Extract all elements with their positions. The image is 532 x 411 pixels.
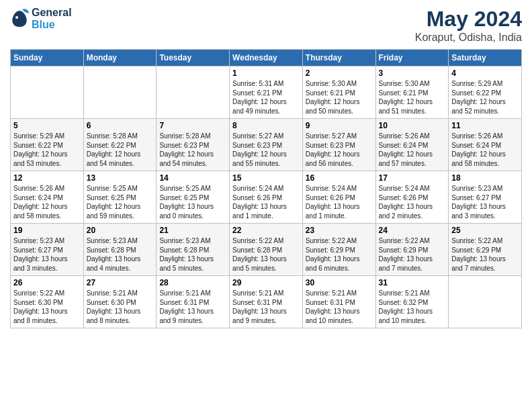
- subtitle: Koraput, Odisha, India: [415, 32, 522, 44]
- day-cell: 24Sunrise: 5:22 AM Sunset: 6:29 PM Dayli…: [375, 224, 449, 276]
- day-number: 12: [13, 173, 81, 183]
- day-cell: 31Sunrise: 5:21 AM Sunset: 6:32 PM Dayli…: [375, 276, 449, 328]
- day-info: Sunrise: 5:26 AM Sunset: 6:24 PM Dayligh…: [379, 132, 446, 168]
- logo-line1: General: [32, 7, 72, 18]
- day-info: Sunrise: 5:27 AM Sunset: 6:23 PM Dayligh…: [232, 132, 300, 168]
- day-cell: 23Sunrise: 5:22 AM Sunset: 6:29 PM Dayli…: [302, 224, 375, 276]
- day-info: Sunrise: 5:21 AM Sunset: 6:32 PM Dayligh…: [379, 289, 446, 325]
- day-cell: 15Sunrise: 5:24 AM Sunset: 6:26 PM Dayli…: [230, 171, 303, 224]
- day-number: 5: [13, 121, 81, 130]
- logo-line2: Blue: [32, 19, 55, 30]
- day-number: 28: [159, 278, 226, 287]
- day-cell: 3Sunrise: 5:30 AM Sunset: 6:21 PM Daylig…: [375, 66, 449, 119]
- day-info: Sunrise: 5:28 AM Sunset: 6:22 PM Dayligh…: [87, 132, 154, 168]
- day-cell: 7Sunrise: 5:28 AM Sunset: 6:23 PM Daylig…: [157, 119, 230, 171]
- day-cell: 11Sunrise: 5:26 AM Sunset: 6:24 PM Dayli…: [449, 119, 522, 171]
- day-info: Sunrise: 5:22 AM Sunset: 6:29 PM Dayligh…: [451, 236, 519, 273]
- day-info: Sunrise: 5:21 AM Sunset: 6:31 PM Dayligh…: [159, 289, 226, 325]
- calendar-page: General Blue May 2024 Koraput, Odisha, I…: [0, 0, 532, 411]
- weekday-tuesday: Tuesday: [157, 50, 230, 66]
- day-cell: 22Sunrise: 5:22 AM Sunset: 6:28 PM Dayli…: [230, 224, 303, 276]
- day-info: Sunrise: 5:24 AM Sunset: 6:26 PM Dayligh…: [232, 184, 300, 220]
- day-info: Sunrise: 5:24 AM Sunset: 6:26 PM Dayligh…: [306, 184, 373, 220]
- day-cell: 16Sunrise: 5:24 AM Sunset: 6:26 PM Dayli…: [302, 171, 375, 224]
- day-cell: 4Sunrise: 5:29 AM Sunset: 6:22 PM Daylig…: [449, 66, 522, 119]
- day-number: 11: [451, 121, 519, 130]
- week-row-4: 19Sunrise: 5:23 AM Sunset: 6:27 PM Dayli…: [11, 224, 522, 276]
- day-info: Sunrise: 5:22 AM Sunset: 6:30 PM Dayligh…: [13, 289, 81, 325]
- day-cell: [157, 66, 230, 119]
- day-cell: 8Sunrise: 5:27 AM Sunset: 6:23 PM Daylig…: [230, 119, 303, 171]
- day-cell: 30Sunrise: 5:21 AM Sunset: 6:31 PM Dayli…: [302, 276, 375, 328]
- calendar-table: SundayMondayTuesdayWednesdayThursdayFrid…: [10, 49, 522, 328]
- day-cell: 21Sunrise: 5:23 AM Sunset: 6:28 PM Dayli…: [157, 224, 230, 276]
- day-cell: 12Sunrise: 5:26 AM Sunset: 6:24 PM Dayli…: [11, 171, 84, 224]
- day-info: Sunrise: 5:29 AM Sunset: 6:22 PM Dayligh…: [451, 79, 519, 116]
- day-info: Sunrise: 5:21 AM Sunset: 6:31 PM Dayligh…: [232, 289, 300, 325]
- day-number: 29: [232, 278, 300, 287]
- weekday-thursday: Thursday: [302, 50, 375, 66]
- svg-point-0: [15, 16, 18, 19]
- day-info: Sunrise: 5:23 AM Sunset: 6:27 PM Dayligh…: [13, 236, 81, 273]
- day-number: 16: [306, 173, 373, 183]
- weekday-monday: Monday: [83, 50, 157, 66]
- day-number: 24: [379, 226, 446, 235]
- day-number: 2: [306, 68, 373, 78]
- day-cell: 17Sunrise: 5:24 AM Sunset: 6:26 PM Dayli…: [375, 171, 449, 224]
- weekday-wednesday: Wednesday: [230, 50, 303, 66]
- day-info: Sunrise: 5:22 AM Sunset: 6:29 PM Dayligh…: [306, 236, 373, 273]
- weekday-saturday: Saturday: [449, 50, 522, 66]
- day-number: 3: [379, 68, 446, 78]
- logo-container: General Blue: [10, 7, 72, 30]
- day-cell: [83, 66, 157, 119]
- day-number: 10: [379, 121, 446, 130]
- weekday-friday: Friday: [375, 50, 449, 66]
- day-number: 22: [232, 226, 300, 235]
- day-number: 6: [87, 121, 154, 130]
- day-number: 21: [159, 226, 226, 235]
- week-row-1: 1Sunrise: 5:31 AM Sunset: 6:21 PM Daylig…: [11, 66, 522, 119]
- day-cell: 10Sunrise: 5:26 AM Sunset: 6:24 PM Dayli…: [375, 119, 449, 171]
- day-cell: 25Sunrise: 5:22 AM Sunset: 6:29 PM Dayli…: [449, 224, 522, 276]
- logo: General Blue: [10, 7, 72, 30]
- day-cell: 9Sunrise: 5:27 AM Sunset: 6:23 PM Daylig…: [302, 119, 375, 171]
- day-info: Sunrise: 5:21 AM Sunset: 6:30 PM Dayligh…: [87, 289, 154, 325]
- day-info: Sunrise: 5:22 AM Sunset: 6:28 PM Dayligh…: [232, 236, 300, 273]
- day-cell: [11, 66, 84, 119]
- day-info: Sunrise: 5:21 AM Sunset: 6:31 PM Dayligh…: [306, 289, 373, 325]
- day-cell: 13Sunrise: 5:25 AM Sunset: 6:25 PM Dayli…: [83, 171, 157, 224]
- day-number: 18: [451, 173, 519, 183]
- day-number: 8: [232, 121, 300, 130]
- week-row-2: 5Sunrise: 5:29 AM Sunset: 6:22 PM Daylig…: [11, 119, 522, 171]
- day-info: Sunrise: 5:23 AM Sunset: 6:27 PM Dayligh…: [451, 184, 519, 220]
- day-number: 23: [306, 226, 373, 235]
- day-number: 25: [451, 226, 519, 235]
- main-title: May 2024: [415, 7, 522, 32]
- day-cell: 18Sunrise: 5:23 AM Sunset: 6:27 PM Dayli…: [449, 171, 522, 224]
- day-info: Sunrise: 5:25 AM Sunset: 6:25 PM Dayligh…: [159, 184, 226, 220]
- day-info: Sunrise: 5:22 AM Sunset: 6:29 PM Dayligh…: [379, 236, 446, 273]
- day-info: Sunrise: 5:25 AM Sunset: 6:25 PM Dayligh…: [87, 184, 154, 220]
- day-cell: 29Sunrise: 5:21 AM Sunset: 6:31 PM Dayli…: [230, 276, 303, 328]
- day-cell: 6Sunrise: 5:28 AM Sunset: 6:22 PM Daylig…: [83, 119, 157, 171]
- day-info: Sunrise: 5:26 AM Sunset: 6:24 PM Dayligh…: [451, 132, 519, 168]
- day-info: Sunrise: 5:30 AM Sunset: 6:21 PM Dayligh…: [306, 79, 373, 116]
- day-number: 1: [232, 68, 300, 78]
- day-cell: 1Sunrise: 5:31 AM Sunset: 6:21 PM Daylig…: [230, 66, 303, 119]
- day-cell: 5Sunrise: 5:29 AM Sunset: 6:22 PM Daylig…: [11, 119, 84, 171]
- week-row-5: 26Sunrise: 5:22 AM Sunset: 6:30 PM Dayli…: [11, 276, 522, 328]
- title-block: May 2024 Koraput, Odisha, India: [415, 7, 522, 44]
- day-number: 4: [451, 68, 519, 78]
- logo-text: General Blue: [32, 7, 72, 30]
- day-info: Sunrise: 5:24 AM Sunset: 6:26 PM Dayligh…: [379, 184, 446, 220]
- logo-bird-icon: [10, 8, 29, 30]
- day-number: 14: [159, 173, 226, 183]
- day-cell: 19Sunrise: 5:23 AM Sunset: 6:27 PM Dayli…: [11, 224, 84, 276]
- day-number: 15: [232, 173, 300, 183]
- day-number: 30: [306, 278, 373, 287]
- day-info: Sunrise: 5:28 AM Sunset: 6:23 PM Dayligh…: [159, 132, 226, 168]
- day-info: Sunrise: 5:23 AM Sunset: 6:28 PM Dayligh…: [159, 236, 226, 273]
- day-cell: 26Sunrise: 5:22 AM Sunset: 6:30 PM Dayli…: [11, 276, 84, 328]
- day-info: Sunrise: 5:29 AM Sunset: 6:22 PM Dayligh…: [13, 132, 81, 168]
- day-number: 31: [379, 278, 446, 287]
